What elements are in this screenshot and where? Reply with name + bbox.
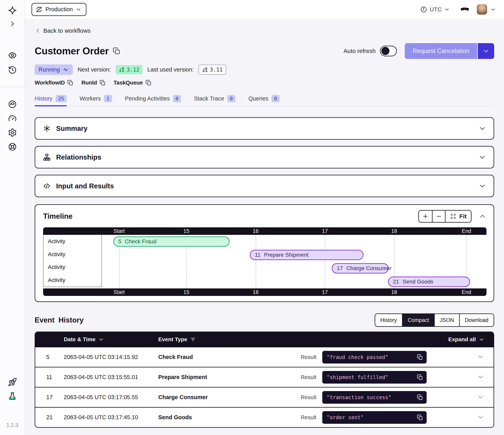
branch-icon bbox=[202, 67, 208, 73]
axis-tick-16: 16 bbox=[253, 227, 259, 235]
copy-icon[interactable] bbox=[417, 374, 423, 380]
copy-icon[interactable] bbox=[99, 80, 106, 86]
copy-icon[interactable] bbox=[113, 47, 120, 55]
axis-tick-16: 16 bbox=[253, 288, 259, 296]
rocket-icon[interactable] bbox=[8, 378, 17, 387]
back-to-workflows-link[interactable]: Back to workflows bbox=[35, 27, 90, 34]
zoom-in-button[interactable] bbox=[419, 211, 432, 222]
tab-queries[interactable]: Queries 0 bbox=[248, 95, 279, 106]
chevron-down-icon[interactable] bbox=[490, 7, 496, 12]
swirl-logo-icon[interactable] bbox=[8, 100, 17, 109]
page-title: Customer Order bbox=[35, 45, 109, 57]
chevron-right-icon[interactable] bbox=[9, 20, 16, 28]
chevron-down-icon bbox=[76, 7, 81, 12]
timeline-row-labels: ActivityActivityActivityActivity bbox=[43, 235, 102, 288]
tab-history[interactable]: History 25 bbox=[35, 95, 67, 106]
chevron-down-icon[interactable] bbox=[477, 353, 484, 360]
copy-icon[interactable] bbox=[417, 394, 423, 400]
table-row[interactable]: 17 2063-04-05 UTC 03:17:05.55 Charge Con… bbox=[35, 387, 494, 407]
copy-icon[interactable] bbox=[67, 80, 73, 86]
tab-pending-activities[interactable]: Pending Activities 0 bbox=[125, 95, 181, 106]
event-id: 5 bbox=[35, 354, 64, 360]
result-value-badge: "order sent" bbox=[322, 411, 427, 424]
table-row[interactable]: 21 2063-04-05 UTC 03:17:45.10 Send Goods… bbox=[35, 407, 494, 427]
timeline-title: Timeline bbox=[43, 212, 72, 221]
history-icon[interactable] bbox=[8, 65, 17, 74]
event-label: Charge Consumer bbox=[346, 265, 392, 271]
clock-icon bbox=[420, 6, 427, 13]
main-content: Back to workflows Customer Order Auto re… bbox=[25, 19, 504, 435]
chevron-down-icon[interactable] bbox=[477, 373, 484, 380]
code-icon bbox=[43, 182, 51, 190]
namespace-switcher-button[interactable]: Production bbox=[32, 3, 86, 16]
timezone-label: UTC bbox=[430, 6, 442, 13]
sparkle-icon[interactable] bbox=[8, 6, 17, 15]
gear-icon[interactable] bbox=[8, 128, 17, 137]
timeline-chart: Start15161718End ActivityActivityActivit… bbox=[43, 227, 486, 296]
section-relationships[interactable]: Relationships bbox=[35, 146, 494, 168]
table-header: Date & Time Event Type Expand all bbox=[35, 332, 494, 347]
timeline-bar-prepare-shipment[interactable]: 11 Prepare Shipment bbox=[250, 250, 363, 260]
timeline-bar-check-fraud[interactable]: 5 Check Fraud bbox=[113, 236, 230, 247]
chevron-down-icon[interactable] bbox=[477, 414, 484, 421]
chevron-down-icon[interactable] bbox=[477, 393, 484, 400]
view-compact-button[interactable]: Compact bbox=[402, 314, 434, 326]
meta-runid: RunId bbox=[81, 80, 106, 86]
section-label: Relationships bbox=[56, 153, 101, 161]
tab-label: Stack Trace bbox=[194, 95, 224, 102]
tab-workers[interactable]: Workers 1 bbox=[80, 95, 112, 106]
result-value: "fraud check passed" bbox=[327, 354, 388, 360]
section-label: Summary bbox=[56, 124, 88, 132]
result-value-badge: "shipment fulfilled" bbox=[322, 371, 427, 384]
glasses-icon[interactable] bbox=[460, 5, 470, 14]
gauge-icon[interactable] bbox=[8, 114, 17, 123]
result-label: Result bbox=[301, 414, 316, 421]
branch-icon bbox=[119, 67, 125, 73]
timeline-bar-send-goods[interactable]: 21 Send Goods bbox=[388, 277, 470, 287]
view-download-button[interactable]: Download bbox=[459, 314, 494, 326]
status-badge: Running bbox=[35, 65, 73, 75]
tab-stack-trace[interactable]: Stack Trace 0 bbox=[194, 95, 235, 106]
timeline-row-label: Activity bbox=[43, 261, 102, 274]
event-type-header-label: Event Type bbox=[158, 336, 187, 342]
chevron-down-icon bbox=[444, 7, 450, 12]
plus-icon bbox=[422, 213, 429, 220]
section-summary[interactable]: Summary bbox=[35, 117, 494, 140]
copy-icon[interactable] bbox=[145, 80, 152, 86]
column-date-time[interactable]: Date & Time bbox=[64, 336, 158, 342]
avatar[interactable] bbox=[477, 4, 487, 15]
life-ring-icon[interactable] bbox=[8, 142, 17, 151]
section-input-and-results[interactable]: Input and Results bbox=[35, 175, 494, 197]
status-row: Running Next version: 3.12 Last used ver… bbox=[35, 65, 494, 75]
timeline-axis-bottom: Start15161718End bbox=[43, 288, 486, 296]
timeline-gridline bbox=[325, 235, 325, 288]
chevron-up-icon[interactable] bbox=[479, 212, 486, 220]
zoom-out-button[interactable] bbox=[432, 211, 445, 222]
tab-label: History bbox=[35, 95, 52, 102]
axis-tick-start: Start bbox=[113, 288, 125, 296]
request-cancelation-dropdown[interactable] bbox=[477, 43, 494, 59]
copy-icon[interactable] bbox=[417, 414, 423, 421]
table-row[interactable]: 5 2063-04-05 UTC 03:14:15.92 Check Fraud… bbox=[35, 347, 494, 367]
event-type: Charge Consumer bbox=[158, 394, 301, 400]
timezone-selector[interactable]: UTC bbox=[420, 6, 450, 13]
view-json-button[interactable]: JSON bbox=[434, 314, 459, 326]
auto-refresh-toggle[interactable] bbox=[380, 46, 397, 56]
timeline-bar-charge-consumer[interactable]: 17 Charge Consumer bbox=[332, 263, 388, 273]
expand-all-button[interactable]: Expand all bbox=[448, 336, 494, 342]
event-id: 11 bbox=[35, 374, 64, 380]
copy-icon[interactable] bbox=[417, 354, 423, 360]
fit-button[interactable]: Fit bbox=[445, 211, 471, 222]
flask-icon[interactable] bbox=[8, 392, 17, 401]
sidebar: 1.2.3 bbox=[0, 0, 25, 435]
column-event-type[interactable]: Event Type bbox=[158, 336, 316, 342]
request-cancelation-button[interactable]: Request Cancelation bbox=[405, 43, 477, 59]
section-label: Input and Results bbox=[56, 182, 114, 190]
toggle-knob bbox=[381, 47, 389, 55]
chevron-down-icon bbox=[483, 48, 489, 54]
event-timestamp: 2063-04-05 UTC 03:17:45.10 bbox=[64, 414, 158, 421]
view-history-button[interactable]: History bbox=[375, 314, 402, 326]
eye-icon[interactable] bbox=[8, 51, 17, 60]
last-version-value: 3.11 bbox=[210, 67, 223, 73]
table-row[interactable]: 11 2063-04-05 UTC 03:15:55.01 Prepare Sh… bbox=[35, 367, 494, 387]
